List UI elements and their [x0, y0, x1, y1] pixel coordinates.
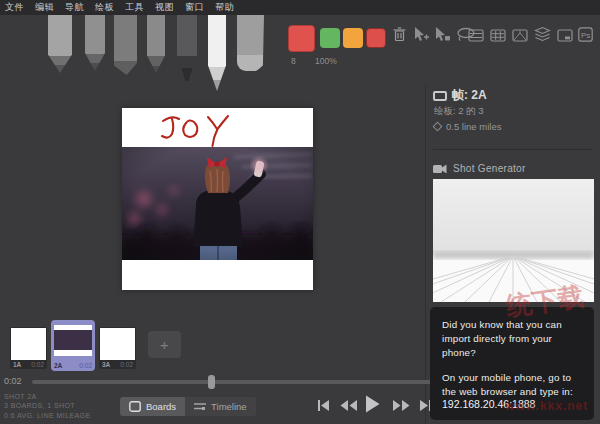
- fast-forward-button[interactable]: [392, 398, 410, 416]
- tool-ink[interactable]: [177, 15, 197, 81]
- reference-photo: [122, 147, 313, 260]
- board-thumbnail-1a[interactable]: 1A 0:02: [10, 327, 47, 369]
- menu-navigation[interactable]: 导航: [65, 1, 84, 14]
- palette-color-2[interactable]: [343, 28, 363, 48]
- play-button[interactable]: [365, 395, 380, 417]
- tooltip-text-1: Did you know that you can import directl…: [442, 318, 582, 361]
- view-toggle: Boards Timeline: [120, 397, 256, 416]
- drawing-joy: [122, 108, 313, 147]
- video-camera-icon: [433, 164, 447, 174]
- tooltip-address: 192.168.20.46:1888: [442, 398, 535, 410]
- skip-first-button[interactable]: [317, 398, 330, 416]
- palette-color-1[interactable]: [320, 28, 340, 48]
- captions-icon[interactable]: [557, 28, 573, 46]
- board-duration: 0:02: [31, 361, 44, 368]
- menu-file[interactable]: 文件: [5, 1, 24, 14]
- project-status: SHOT 2A 3 BOARDS, 1 SHOT 0:6 AVG. LINE M…: [4, 392, 90, 420]
- onion-skin-icon[interactable]: [534, 26, 551, 46]
- photoshop-icon[interactable]: Ps: [578, 27, 593, 46]
- tooltip-text-2: On your mobile phone, go to the web brow…: [442, 371, 582, 399]
- menu-view[interactable]: 视图: [155, 1, 174, 14]
- board-thumbnail-2a-selected[interactable]: 2A 0:02: [51, 320, 95, 371]
- tool-eraser[interactable]: [237, 15, 264, 71]
- guide-perspective-icon[interactable]: [512, 28, 528, 46]
- shot-generator-preview[interactable]: [433, 179, 594, 302]
- shot-generator-label: Shot Generator: [453, 163, 526, 174]
- add-board-button[interactable]: +: [148, 331, 181, 358]
- boards-icon: [129, 401, 141, 412]
- trash-icon[interactable]: [393, 27, 406, 46]
- board-duration: 0:02: [79, 362, 92, 369]
- timeline-icon: [194, 401, 206, 412]
- menu-boards[interactable]: 绘板: [95, 1, 114, 14]
- menu-tools[interactable]: 工具: [125, 1, 144, 14]
- frame-header: 帧: 2A: [433, 87, 487, 104]
- tool-light-pencil[interactable]: [48, 15, 72, 73]
- brush-size-value[interactable]: 8: [291, 56, 296, 66]
- duplicate-cursor-icon[interactable]: [413, 26, 430, 47]
- ink-pen-icon: [177, 15, 197, 81]
- shot-generator-header[interactable]: Shot Generator: [433, 163, 526, 174]
- pencil-icon: [85, 15, 105, 71]
- timeline-current-time: 0:02: [4, 376, 22, 386]
- current-color-swatch[interactable]: [288, 25, 315, 52]
- thumbnail-image: [11, 328, 46, 360]
- fast-forward-icon: [392, 399, 410, 412]
- sidebar-divider: [433, 149, 593, 150]
- play-icon: [365, 395, 380, 413]
- board-thumbnail-3a[interactable]: 3A 0:02: [99, 327, 136, 369]
- line-mileage-label: 0.5 line miles: [446, 121, 501, 132]
- frame-icon: [433, 91, 447, 101]
- brush-opacity-value[interactable]: 100%: [315, 56, 337, 66]
- timeline-view-button[interactable]: Timeline: [185, 397, 256, 416]
- menu-edit[interactable]: 编辑: [35, 1, 54, 14]
- svg-text:Ps: Ps: [581, 31, 590, 40]
- drawing-canvas[interactable]: [122, 108, 313, 290]
- brush-icon: [147, 15, 165, 73]
- line-mileage: 0.5 line miles: [434, 121, 501, 132]
- tool-note-pen[interactable]: [208, 15, 226, 91]
- thumbnail-image: [100, 328, 135, 360]
- board-id: 3A: [102, 361, 110, 368]
- status-boards: 3 BOARDS, 1 SHOT: [4, 401, 90, 410]
- light-pencil-icon: [48, 15, 72, 73]
- status-shot: SHOT 2A: [4, 392, 90, 401]
- board-id: 1A: [13, 361, 21, 368]
- menu-help[interactable]: 帮助: [215, 1, 234, 14]
- boards-view-button[interactable]: Boards: [120, 397, 185, 416]
- note-pen-icon: [208, 15, 226, 91]
- thumbnail-image: [54, 325, 92, 356]
- tone-icon: [114, 15, 137, 75]
- tool-pencil[interactable]: [85, 15, 105, 71]
- rewind-icon: [340, 399, 358, 412]
- tool-brush[interactable]: [147, 15, 165, 73]
- menu-window[interactable]: 窗口: [185, 1, 204, 14]
- frame-label: 帧: 2A: [452, 87, 487, 104]
- menu-bar: 文件 编辑 导航 绘板 工具 视图 窗口 帮助: [0, 0, 600, 15]
- timeline-scrubber-handle[interactable]: [208, 375, 215, 389]
- boards-view-label: Boards: [146, 401, 176, 412]
- eraser-icon: [237, 15, 264, 71]
- rewind-button[interactable]: [340, 398, 358, 416]
- board-duration: 0:02: [120, 361, 133, 368]
- palette-color-3[interactable]: [366, 28, 386, 48]
- skip-first-icon: [317, 399, 330, 412]
- board-position-label: 绘板: 2 的 3: [434, 105, 484, 118]
- diamond-icon: [433, 122, 443, 132]
- board-id: 2A: [54, 362, 62, 369]
- guide-letterbox-icon[interactable]: [468, 28, 484, 46]
- move-cursor-icon[interactable]: [434, 26, 451, 47]
- tool-tone[interactable]: [114, 15, 137, 75]
- timeline-view-label: Timeline: [211, 401, 247, 412]
- toolbar: 8 100%: [0, 15, 600, 85]
- status-mileage: 0:6 AVG. LINE MILEAGE: [4, 411, 90, 420]
- storyboarder-app: 文件 编辑 导航 绘板 工具 视图 窗口 帮助: [0, 0, 600, 424]
- phone-import-tooltip: Did you know that you can import directl…: [430, 307, 594, 420]
- guide-grid-icon[interactable]: [490, 28, 506, 46]
